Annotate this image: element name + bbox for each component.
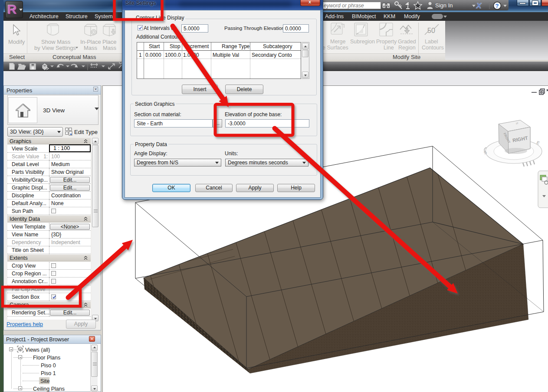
svg-text:Sign In: Sign In: [435, 2, 453, 9]
svg-text:X: X: [476, 2, 482, 10]
svg-text:50: 50: [427, 27, 435, 34]
svg-text:?: ?: [495, 3, 499, 9]
svg-text:⇄: ⇄: [515, 121, 518, 125]
